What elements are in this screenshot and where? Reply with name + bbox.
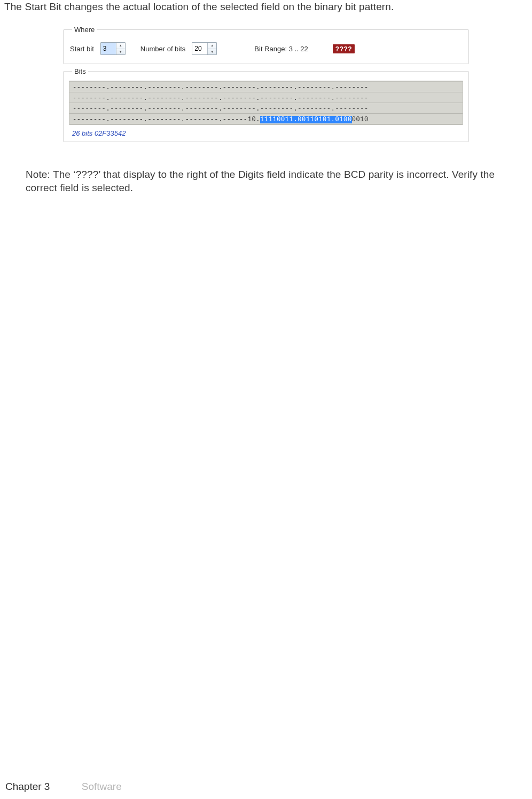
num-bits-label: Number of bits xyxy=(140,45,186,53)
start-bit-spinner[interactable]: ▲ ▼ xyxy=(100,42,126,55)
bits-row4-pre: --------.--------.--------.--------.----… xyxy=(73,116,260,123)
bits-row: --------.--------.--------.--------.----… xyxy=(69,103,463,114)
bits-row4-highlight: 11110011.00110101.0100 xyxy=(260,116,352,123)
start-bit-input[interactable] xyxy=(101,43,116,54)
settings-panel: Where Start bit ▲ ▼ Number of bits ▲ ▼ xyxy=(63,26,469,142)
bits-row-text: --------.--------.--------.--------.----… xyxy=(69,92,463,103)
note-text: Note: The ‘????’ that display to the rig… xyxy=(26,168,506,194)
bits-rows: --------.--------.--------.--------.----… xyxy=(69,81,463,125)
num-bits-stepper[interactable]: ▲ ▼ xyxy=(207,43,216,54)
bits-fieldset: Bits --------.--------.--------.--------… xyxy=(63,67,469,142)
bits-row-text: --------.--------.--------.--------.----… xyxy=(69,103,463,113)
bit-range-label: Bit Range: 3 .. 22 xyxy=(254,45,308,53)
where-legend: Where xyxy=(72,26,97,34)
page-footer: Chapter 3 Software xyxy=(5,781,122,793)
intro-text: The Start Bit changes the actual locatio… xyxy=(4,1,528,13)
bits-row4-post: 0010 xyxy=(352,116,369,123)
stepper-up-icon[interactable]: ▲ xyxy=(116,43,125,49)
where-row: Start bit ▲ ▼ Number of bits ▲ ▼ xyxy=(69,39,463,58)
stepper-up-icon[interactable]: ▲ xyxy=(208,43,216,49)
footer-section: Software xyxy=(82,781,122,792)
bits-row-selected: --------.--------.--------.--------.----… xyxy=(69,114,463,124)
footer-chapter: Chapter 3 xyxy=(5,781,50,792)
where-fieldset: Where Start bit ▲ ▼ Number of bits ▲ ▼ xyxy=(63,26,469,64)
bits-summary: 26 bits 02F33542 xyxy=(69,125,463,138)
start-bit-label: Start bit xyxy=(70,45,94,53)
parity-error-badge: ???? xyxy=(333,44,355,53)
bits-row-text: --------.--------.--------.--------.----… xyxy=(69,114,463,124)
num-bits-spinner[interactable]: ▲ ▼ xyxy=(192,42,217,55)
stepper-down-icon[interactable]: ▼ xyxy=(116,49,125,55)
start-bit-stepper[interactable]: ▲ ▼ xyxy=(116,43,125,54)
bits-legend: Bits xyxy=(72,67,88,75)
bits-row-text: --------.--------.--------.--------.----… xyxy=(69,82,463,92)
stepper-down-icon[interactable]: ▼ xyxy=(208,49,216,55)
bits-row: --------.--------.--------.--------.----… xyxy=(69,92,463,103)
bits-row: --------.--------.--------.--------.----… xyxy=(69,81,463,92)
num-bits-input[interactable] xyxy=(192,43,207,54)
